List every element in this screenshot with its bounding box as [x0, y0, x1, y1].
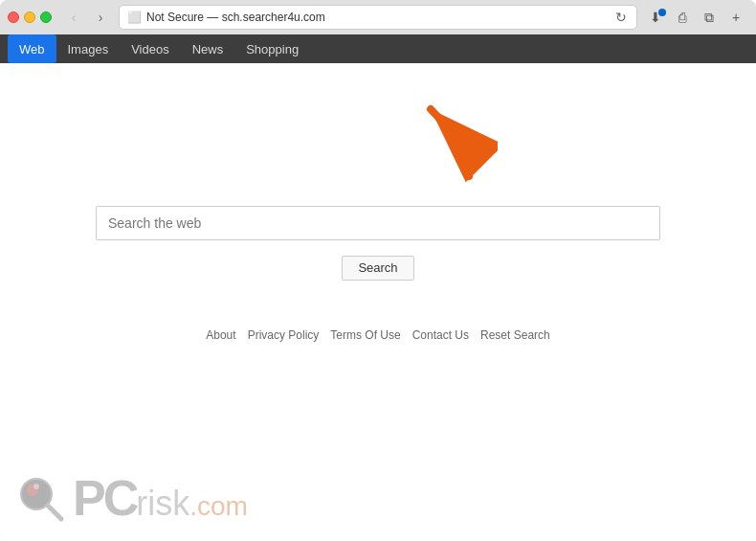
forward-button[interactable]: › — [88, 7, 113, 28]
tab-images[interactable]: Images — [56, 34, 121, 63]
toolbar-right: ⬇ ⎙ ⧉ + — [643, 7, 748, 28]
search-button[interactable]: Search — [342, 256, 413, 281]
contact-link[interactable]: Contact Us — [412, 328, 469, 342]
privacy-link[interactable]: Privacy Policy — [248, 328, 320, 342]
download-button[interactable]: ⬇ — [643, 7, 668, 28]
reset-link[interactable]: Reset Search — [480, 328, 550, 342]
tab-news[interactable]: News — [181, 34, 235, 63]
share-button[interactable]: ⎙ — [670, 7, 695, 28]
address-text: Not Secure — sch.searcher4u.com — [146, 11, 608, 24]
tab-videos[interactable]: Videos — [120, 34, 181, 63]
search-input[interactable] — [96, 206, 660, 240]
search-section: Search About Privacy Policy Terms Of Use… — [0, 63, 756, 541]
browser-window: ‹ › ⬜ Not Secure — sch.searcher4u.com ↻ … — [0, 0, 756, 541]
footer-links: About Privacy Policy Terms Of Use Contac… — [206, 328, 549, 342]
search-input-wrapper — [96, 206, 660, 240]
page-content: Search About Privacy Policy Terms Of Use… — [0, 63, 756, 541]
reload-button[interactable]: ↻ — [613, 10, 629, 25]
tabs-button[interactable]: ⧉ — [697, 7, 722, 28]
page-icon: ⬜ — [127, 11, 141, 24]
tab-shopping[interactable]: Shopping — [234, 34, 310, 63]
back-button[interactable]: ‹ — [61, 7, 86, 28]
traffic-lights — [8, 11, 52, 23]
new-tab-button[interactable]: + — [723, 7, 748, 28]
title-bar: ‹ › ⬜ Not Secure — sch.searcher4u.com ↻ … — [0, 0, 756, 34]
about-link[interactable]: About — [206, 328, 235, 342]
nav-tab-bar: Web Images Videos News Shopping — [0, 34, 756, 63]
minimize-button[interactable] — [24, 11, 35, 23]
maximize-button[interactable] — [40, 11, 52, 23]
address-bar[interactable]: ⬜ Not Secure — sch.searcher4u.com ↻ — [119, 5, 637, 30]
terms-link[interactable]: Terms Of Use — [330, 328, 400, 342]
nav-buttons: ‹ › — [61, 7, 113, 28]
close-button[interactable] — [8, 11, 19, 23]
tab-web[interactable]: Web — [8, 34, 56, 63]
